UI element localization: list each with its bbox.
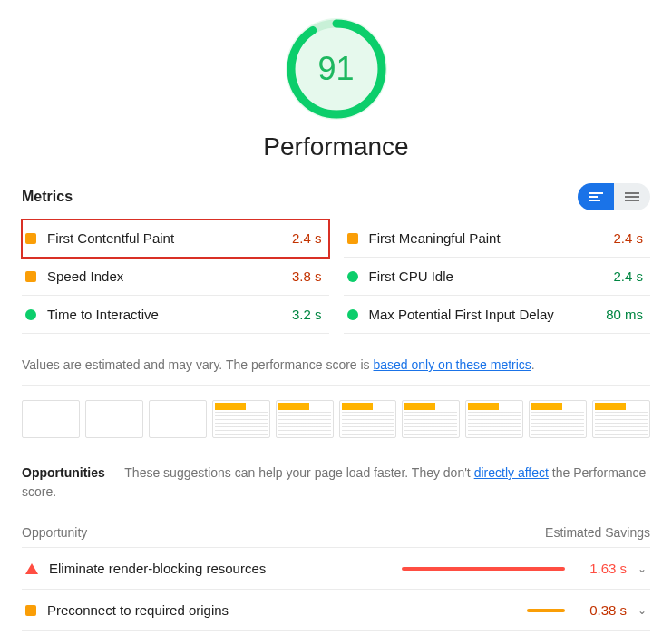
green-status-icon bbox=[25, 309, 36, 320]
metric-row[interactable]: First Meaningful Paint2.4 s bbox=[344, 220, 651, 258]
opportunity-bar bbox=[402, 609, 565, 612]
opportunities-list: Eliminate render-blocking resources1.63 … bbox=[22, 548, 650, 631]
metric-name: Speed Index bbox=[47, 269, 281, 284]
performance-gauge: 91 Performance bbox=[22, 18, 650, 161]
metric-value: 2.4 s bbox=[613, 269, 643, 284]
metric-name: First CPU Idle bbox=[369, 269, 603, 284]
metrics-note: Values are estimated and may vary. The p… bbox=[22, 347, 650, 386]
svg-rect-2 bbox=[589, 192, 603, 194]
toggle-detail-button[interactable] bbox=[578, 183, 614, 210]
metric-value: 3.8 s bbox=[292, 269, 322, 284]
metric-value: 2.4 s bbox=[613, 230, 643, 246]
filmstrip-thumb[interactable] bbox=[22, 400, 80, 438]
metrics-grid: First Contentful Paint2.4 sFirst Meaning… bbox=[22, 220, 650, 334]
opportunities-label: Opportunities bbox=[22, 465, 105, 480]
orange-status-icon bbox=[347, 233, 358, 244]
filmstrip bbox=[22, 400, 650, 438]
filmstrip-thumb[interactable] bbox=[529, 400, 587, 438]
align-justify-icon bbox=[625, 191, 639, 202]
opportunity-row[interactable]: Eliminate render-blocking resources1.63 … bbox=[22, 548, 650, 590]
opp-header-left: Opportunity bbox=[22, 525, 87, 540]
orange-status-icon bbox=[25, 233, 36, 244]
orange-status-icon bbox=[25, 605, 36, 616]
opportunities-intro: Opportunities — These suggestions can he… bbox=[22, 464, 650, 502]
chevron-down-icon: ⌄ bbox=[638, 604, 647, 617]
metric-value: 80 ms bbox=[606, 307, 643, 322]
opportunity-name: Eliminate render-blocking resources bbox=[49, 561, 391, 576]
opportunity-bar bbox=[402, 567, 565, 571]
opportunities-header: Opportunity Estimated Savings bbox=[22, 518, 650, 548]
svg-rect-6 bbox=[625, 196, 639, 198]
view-toggle bbox=[578, 183, 650, 210]
chevron-down-icon: ⌄ bbox=[638, 562, 647, 575]
filmstrip-thumb[interactable] bbox=[149, 400, 207, 438]
note-suffix: . bbox=[531, 357, 535, 372]
filmstrip-thumb[interactable] bbox=[339, 400, 397, 438]
filmstrip-thumb[interactable] bbox=[212, 400, 270, 438]
green-status-icon bbox=[347, 271, 358, 282]
metric-row[interactable]: Speed Index3.8 s bbox=[22, 258, 329, 296]
svg-rect-7 bbox=[625, 200, 639, 201]
opportunity-row[interactable]: Preconnect to required origins0.38 s⌄ bbox=[22, 590, 650, 631]
filmstrip-thumb[interactable] bbox=[276, 400, 334, 438]
metric-name: Time to Interactive bbox=[47, 307, 281, 322]
metric-row[interactable]: First Contentful Paint2.4 s bbox=[22, 220, 329, 258]
metrics-note-link[interactable]: based only on these metrics bbox=[374, 357, 531, 372]
metric-name: First Meaningful Paint bbox=[369, 230, 603, 246]
align-left-icon bbox=[589, 191, 603, 202]
metric-row[interactable]: Max Potential First Input Delay80 ms bbox=[344, 296, 651, 334]
svg-rect-4 bbox=[589, 200, 600, 201]
orange-status-icon bbox=[25, 271, 36, 282]
opportunity-value: 0.38 s bbox=[576, 602, 627, 618]
metric-name: First Contentful Paint bbox=[47, 230, 281, 246]
opportunity-value: 1.63 s bbox=[576, 561, 627, 576]
metric-row[interactable]: First CPU Idle2.4 s bbox=[344, 258, 651, 296]
opportunity-name: Preconnect to required origins bbox=[47, 602, 391, 618]
filmstrip-thumb[interactable] bbox=[592, 400, 650, 438]
filmstrip-thumb[interactable] bbox=[465, 400, 523, 438]
note-prefix: Values are estimated and may vary. The p… bbox=[22, 357, 374, 372]
svg-rect-3 bbox=[589, 196, 598, 198]
green-status-icon bbox=[347, 309, 358, 320]
svg-rect-5 bbox=[625, 192, 639, 194]
gauge-score: 91 bbox=[317, 50, 354, 88]
metric-value: 2.4 s bbox=[292, 230, 322, 246]
filmstrip-thumb[interactable] bbox=[402, 400, 460, 438]
toggle-compact-button[interactable] bbox=[614, 183, 650, 210]
gauge-title: Performance bbox=[263, 132, 408, 161]
opportunities-link[interactable]: directly affect bbox=[474, 465, 549, 480]
metric-row[interactable]: Time to Interactive3.2 s bbox=[22, 296, 329, 334]
filmstrip-thumb[interactable] bbox=[85, 400, 143, 438]
metric-name: Max Potential First Input Delay bbox=[369, 307, 596, 322]
metrics-heading: Metrics bbox=[22, 189, 73, 205]
red-status-icon bbox=[25, 563, 38, 574]
metric-value: 3.2 s bbox=[292, 307, 322, 322]
opp-header-right: Estimated Savings bbox=[545, 525, 650, 540]
